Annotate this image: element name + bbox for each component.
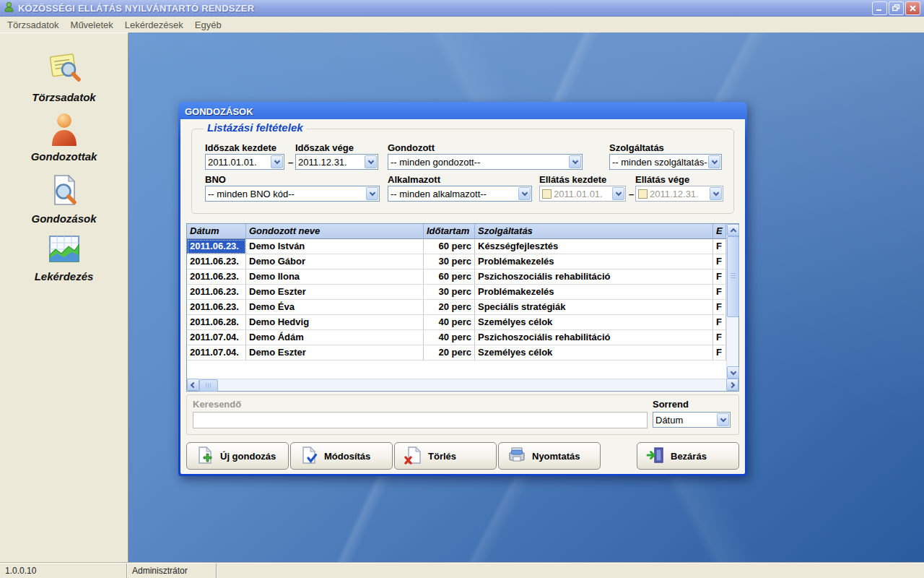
chevron-down-icon[interactable] bbox=[365, 155, 377, 168]
cell-extra[interactable]: F bbox=[713, 254, 726, 269]
dialog-titlebar[interactable]: GONDOZÁSOK bbox=[180, 102, 745, 119]
table-row[interactable]: 2011.06.23. Demo Eszter 30 perc Probléma… bbox=[187, 285, 726, 300]
idoszak-kezdete-combo[interactable]: 2011.01.01. bbox=[205, 154, 284, 170]
sidebar-item-lekerdezes[interactable]: Lekérdezés bbox=[0, 234, 128, 282]
alkalmazott-combo[interactable]: -- minden alkalmazott-- bbox=[388, 186, 532, 202]
cell-name[interactable]: Demo Éva bbox=[246, 300, 424, 315]
chevron-down-icon[interactable] bbox=[710, 187, 722, 200]
chevron-down-icon[interactable] bbox=[612, 187, 624, 200]
table-row[interactable]: 2011.06.23. Demo Ilona 60 perc Pszichosz… bbox=[187, 269, 726, 285]
restore-button[interactable] bbox=[889, 1, 904, 15]
cell-service[interactable]: Pszichoszociális rehabilitáció bbox=[475, 330, 713, 345]
chevron-down-icon[interactable] bbox=[366, 187, 378, 200]
cell-name[interactable]: Demo István bbox=[246, 239, 424, 254]
column-header-szolgaltatas[interactable]: Szolgáltatás bbox=[475, 224, 713, 239]
scroll-left-icon[interactable] bbox=[187, 379, 199, 391]
menu-lekerdezesek[interactable]: Lekérdezések bbox=[119, 17, 189, 33]
close-button[interactable] bbox=[905, 1, 920, 15]
cell-name[interactable]: Demo Eszter bbox=[246, 345, 424, 361]
horizontal-scroll-thumb[interactable] bbox=[199, 379, 218, 392]
cell-date[interactable]: 2011.06.23. bbox=[187, 269, 246, 285]
horizontal-scrollbar[interactable] bbox=[187, 379, 738, 391]
cell-extra[interactable]: F bbox=[713, 285, 726, 300]
cell-name[interactable]: Demo Ádám bbox=[246, 330, 424, 345]
ellatas-vege-checkbox[interactable] bbox=[638, 189, 648, 199]
scroll-down-icon[interactable] bbox=[727, 366, 739, 379]
column-header-gondozott-neve[interactable]: Gondozott neve bbox=[246, 224, 424, 239]
idoszak-vege-combo[interactable]: 2011.12.31. bbox=[295, 154, 378, 170]
sidebar-item-gondozottak[interactable]: Gondozottak bbox=[0, 111, 128, 163]
cell-service[interactable]: Problémakezelés bbox=[475, 254, 713, 269]
print-button[interactable]: Nyomtatás bbox=[498, 442, 601, 470]
cell-duration[interactable]: 20 perc bbox=[424, 345, 475, 361]
menu-torzsadatok[interactable]: Törzsadatok bbox=[1, 17, 65, 33]
search-input[interactable] bbox=[193, 412, 648, 428]
scroll-right-icon[interactable] bbox=[726, 379, 738, 391]
cell-duration[interactable]: 60 perc bbox=[424, 239, 475, 254]
cell-duration[interactable]: 20 perc bbox=[424, 300, 475, 315]
table-row[interactable]: 2011.06.23. Demo Éva 20 perc Speciális s… bbox=[187, 300, 726, 315]
cell-duration[interactable]: 60 perc bbox=[424, 269, 475, 285]
cell-name[interactable]: Demo Gábor bbox=[246, 254, 424, 269]
sort-combo[interactable]: Dátum bbox=[653, 412, 731, 428]
cell-service[interactable]: Speciális stratégiák bbox=[475, 300, 713, 315]
cell-service[interactable]: Problémakezelés bbox=[475, 285, 713, 300]
close-dialog-button[interactable]: Bezárás bbox=[637, 442, 739, 470]
table-row[interactable]: 2011.06.28. Demo Hedvig 40 perc Személye… bbox=[187, 315, 726, 330]
menu-egyeb[interactable]: Egyéb bbox=[189, 17, 227, 33]
cell-extra[interactable]: F bbox=[713, 315, 726, 330]
minimize-button[interactable] bbox=[872, 1, 887, 15]
cell-extra[interactable]: F bbox=[713, 300, 726, 315]
cell-date[interactable]: 2011.06.23. bbox=[187, 285, 246, 300]
cell-service[interactable]: Pszichoszociális rehabilitáció bbox=[475, 269, 713, 285]
cell-extra[interactable]: F bbox=[713, 269, 726, 285]
cell-date[interactable]: 2011.06.28. bbox=[187, 315, 246, 330]
cell-date[interactable]: 2011.06.23. bbox=[187, 300, 246, 315]
table-row[interactable]: 2011.07.04. Demo Eszter 20 perc Személye… bbox=[187, 345, 726, 361]
ellatas-kezdete-checkbox[interactable] bbox=[542, 189, 552, 199]
cell-name[interactable]: Demo Ilona bbox=[246, 269, 424, 285]
szolgaltatas-combo[interactable]: -- minden szolgáltatás-- bbox=[609, 154, 722, 170]
vertical-scroll-thumb[interactable] bbox=[727, 236, 739, 317]
table-row[interactable]: 2011.06.23. Demo István 60 perc Készségf… bbox=[187, 239, 726, 254]
column-header-idotartam[interactable]: Időtartam bbox=[424, 224, 475, 239]
chevron-down-icon[interactable] bbox=[569, 155, 581, 168]
cell-date[interactable]: 2011.06.23. bbox=[187, 239, 246, 254]
cell-service[interactable]: Személyes célok bbox=[475, 315, 713, 330]
chevron-down-icon[interactable] bbox=[518, 187, 531, 200]
bno-combo[interactable]: -- minden BNO kód-- bbox=[205, 186, 380, 202]
cell-date[interactable]: 2011.06.23. bbox=[187, 254, 246, 269]
ellatas-vege-combo[interactable]: 2011.12.31. bbox=[635, 186, 723, 202]
column-header-datum[interactable]: Dátum bbox=[187, 224, 246, 239]
chevron-down-icon[interactable] bbox=[271, 155, 283, 168]
chevron-down-icon[interactable] bbox=[708, 155, 720, 168]
column-header-truncated[interactable]: E bbox=[713, 224, 726, 239]
cell-service[interactable]: Személyes célok bbox=[475, 345, 713, 361]
delete-button[interactable]: Törlés bbox=[394, 442, 497, 470]
sidebar-item-torzsadatok[interactable]: Törzsadatok bbox=[0, 52, 128, 103]
cell-service[interactable]: Készségfejlesztés bbox=[475, 239, 713, 254]
edit-button[interactable]: Módosítás bbox=[290, 442, 393, 470]
cell-extra[interactable]: F bbox=[713, 330, 726, 345]
vertical-scrollbar[interactable] bbox=[726, 224, 738, 379]
cell-duration[interactable]: 40 perc bbox=[424, 330, 475, 345]
cell-date[interactable]: 2011.07.04. bbox=[187, 330, 246, 345]
cell-duration[interactable]: 30 perc bbox=[424, 285, 475, 300]
cell-date[interactable]: 2011.07.04. bbox=[187, 345, 246, 361]
table-row[interactable]: 2011.06.23. Demo Gábor 30 perc Problémak… bbox=[187, 254, 726, 269]
scroll-up-icon[interactable] bbox=[727, 224, 739, 236]
menu-muveletek[interactable]: Műveletek bbox=[65, 17, 119, 33]
cell-name[interactable]: Demo Hedvig bbox=[246, 315, 424, 330]
cell-duration[interactable]: 30 perc bbox=[424, 254, 475, 269]
cell-extra[interactable]: F bbox=[713, 345, 726, 361]
cell-duration[interactable]: 40 perc bbox=[424, 315, 475, 330]
window-titlebar[interactable]: KÖZÖSSÉGI ELLÁTÁS NYILVÁNTARTÓ RENDSZER bbox=[0, 0, 924, 17]
table-row[interactable]: 2011.07.04. Demo Ádám 40 perc Pszichoszo… bbox=[187, 330, 726, 345]
cell-name[interactable]: Demo Eszter bbox=[246, 285, 424, 300]
gondozott-combo[interactable]: -- minden gondozott-- bbox=[388, 154, 583, 170]
ellatas-kezdete-combo[interactable]: 2011.01.01. bbox=[539, 186, 626, 202]
cell-extra[interactable]: F bbox=[713, 239, 726, 254]
sidebar-item-gondozasok[interactable]: Gondozások bbox=[0, 173, 128, 225]
new-care-button[interactable]: Új gondozás bbox=[186, 442, 289, 470]
chevron-down-icon[interactable] bbox=[717, 413, 729, 426]
